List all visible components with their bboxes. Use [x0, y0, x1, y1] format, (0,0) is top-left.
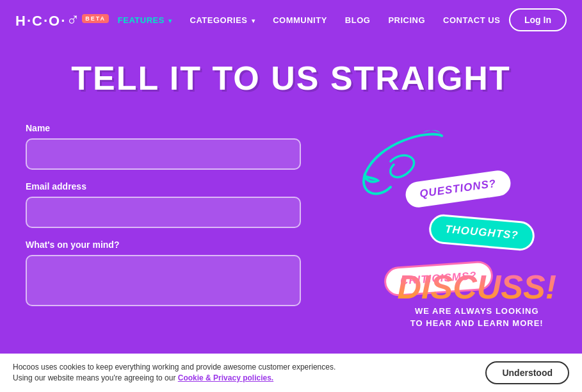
- thoughts-pill: THOUGHTS?: [428, 213, 535, 252]
- main-content: TELL IT TO US STRAIGHT Name Email addres…: [0, 40, 582, 341]
- email-field-group: Email address: [26, 181, 301, 228]
- logo[interactable]: H·C·O·♂BETA: [15, 10, 109, 30]
- nav-link-blog[interactable]: BLOG: [345, 15, 371, 25]
- nav-item-pricing[interactable]: PRICING: [388, 14, 425, 26]
- cookie-banner: Hocoos uses cookies to keep everything w…: [0, 354, 582, 392]
- nav-link-community[interactable]: COMMUNITY: [273, 15, 327, 25]
- cookie-text: Hocoos uses cookies to keep everything w…: [13, 362, 346, 384]
- nav-item-features[interactable]: FEATURES ▾: [118, 14, 172, 26]
- discuss-sub1: WE ARE ALWAYS LOOKING: [398, 306, 556, 316]
- beta-badge: BETA: [82, 14, 109, 23]
- nav-link-features[interactable]: FEATURES ▾: [118, 15, 172, 25]
- nav-item-blog[interactable]: BLOG: [345, 14, 371, 26]
- name-label: Name: [26, 123, 301, 133]
- cookie-policy-link[interactable]: Cookie & Privacy policies.: [178, 373, 273, 382]
- message-label: What's on your mind?: [26, 240, 301, 250]
- nav-link-contact[interactable]: CONTACT US: [443, 15, 500, 25]
- nav-item-community[interactable]: COMMUNITY: [273, 14, 327, 26]
- message-field-group: What's on your mind?: [26, 240, 301, 309]
- name-field-group: Name: [26, 123, 301, 170]
- login-button[interactable]: Log In: [509, 8, 567, 31]
- form-graphic-container: Name Email address What's on your mind?: [26, 123, 556, 328]
- discuss-title: DISCUSS!: [398, 270, 556, 304]
- navbar: H·C·O·♂BETA FEATURES ▾ CATEGORIES ▾ COMM…: [0, 0, 582, 40]
- graphic-area: QUESTIONS? THOUGHTS? CRITICISMS? DISCUSS…: [327, 123, 556, 328]
- understood-button[interactable]: Understood: [485, 361, 569, 384]
- nav-link-categories[interactable]: CATEGORIES ▾: [190, 15, 255, 25]
- nav-link-pricing[interactable]: PRICING: [388, 15, 425, 25]
- logo-text: H·C·O·♂BETA: [15, 10, 109, 30]
- email-label: Email address: [26, 181, 301, 192]
- message-textarea[interactable]: [26, 255, 301, 306]
- discuss-sub2: TO HEAR AND LEARN MORE!: [398, 318, 556, 328]
- discuss-area: DISCUSS! WE ARE ALWAYS LOOKING TO HEAR A…: [398, 270, 556, 328]
- email-input[interactable]: [26, 197, 301, 228]
- nav-links: FEATURES ▾ CATEGORIES ▾ COMMUNITY BLOG P…: [118, 14, 501, 26]
- contact-form: Name Email address What's on your mind?: [26, 123, 301, 328]
- nav-item-categories[interactable]: CATEGORIES ▾: [190, 14, 255, 26]
- page-title: TELL IT TO US STRAIGHT: [26, 59, 556, 97]
- nav-item-contact[interactable]: CONTACT US: [443, 14, 500, 26]
- name-input[interactable]: [26, 138, 301, 170]
